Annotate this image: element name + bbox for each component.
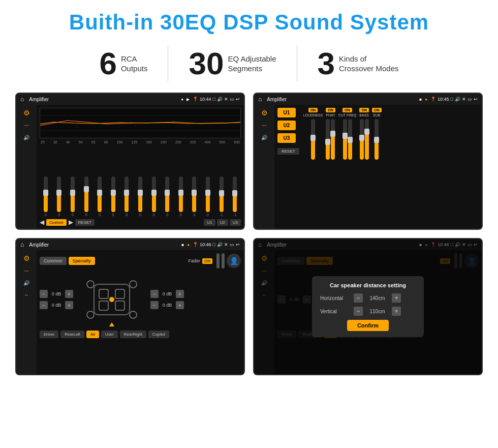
eq-custom-btn[interactable]: Custom — [46, 219, 67, 226]
fader-status-bar: ⌂ Amplifier ■ ● 📍 10:46 □ 🔊 ✕ ▭ ↩ — [16, 239, 244, 250]
eq-screen: ⌂ Amplifier ● ▶ 📍 10:44 □ 🔊 ✕ ▭ ↩ ⚙ 〰 — [15, 93, 245, 230]
eq-reset-btn[interactable]: RESET — [75, 219, 95, 226]
cv-back-icon[interactable]: ↩ — [474, 97, 478, 102]
eq-slider-3[interactable]: 0 — [67, 176, 79, 217]
stat-rca-text1: RCA — [121, 54, 148, 64]
eq-slider-10[interactable]: 0 — [161, 176, 173, 217]
eq-slider-12[interactable]: 0 — [189, 176, 201, 217]
cv-phat-f-slider[interactable] — [331, 119, 335, 160]
fader-slider-2[interactable] — [222, 253, 225, 268]
fader-sidebar-arrows[interactable]: ↔ — [24, 292, 29, 297]
cv-sidebar-tune[interactable]: ⚙ — [261, 109, 268, 117]
cv-loudness-slider[interactable] — [311, 119, 315, 160]
svg-rect-5 — [99, 289, 108, 298]
fader-sliders — [216, 253, 225, 268]
eq-slider-14[interactable]: -1 — [215, 176, 228, 217]
svg-point-11 — [130, 281, 137, 288]
eq-slider-13[interactable]: 0 — [202, 176, 214, 217]
dialog-vertical-minus[interactable]: − — [354, 307, 363, 316]
svg-point-9 — [109, 297, 114, 302]
stat-eq-text2: Segments — [228, 64, 276, 74]
fader-on-badge[interactable]: ON — [202, 258, 212, 264]
cv-time: 10:45 — [438, 97, 449, 102]
fader-sidebar-vol[interactable]: 🔊 — [23, 280, 29, 286]
fader-all-btn[interactable]: All — [86, 331, 99, 338]
cv-loudness-on[interactable]: ON — [308, 108, 318, 112]
fader-home-icon[interactable]: ⌂ — [20, 241, 24, 248]
fader-db-row-4: − 0 dB + — [150, 301, 184, 309]
cv-sidebar-vol[interactable]: 🔊 — [261, 135, 267, 140]
cv-u1-btn[interactable]: U1 — [277, 108, 296, 117]
eq-next-btn[interactable]: ▶ — [69, 219, 73, 226]
eq-u1-btn[interactable]: U1 — [204, 219, 215, 226]
cv-sub-on[interactable]: ON — [372, 108, 382, 112]
fader-db4-plus[interactable]: + — [176, 301, 184, 309]
cv-home-icon[interactable]: ⌂ — [258, 96, 262, 103]
fader-db3-plus[interactable]: + — [176, 290, 184, 298]
cv-cf-g-slider[interactable] — [348, 119, 352, 160]
eq-slider-9[interactable]: 0 — [148, 176, 160, 217]
fader-sidebar-tune[interactable]: ⚙ — [23, 254, 30, 262]
eq-slider-6[interactable]: 0 — [107, 176, 119, 217]
cv-phat-on[interactable]: ON — [326, 108, 335, 112]
cv-phat-g-slider[interactable] — [326, 119, 330, 160]
fader-user-btn[interactable]: User — [101, 331, 118, 338]
fader-copilot-btn[interactable]: Copilot — [148, 331, 169, 338]
fader-content: − 0 dB + − 0 dB + — [40, 272, 241, 327]
fader-driver-btn[interactable]: Driver — [40, 331, 58, 338]
eq-u2-btn[interactable]: U2 — [217, 219, 228, 226]
eq-prev-btn[interactable]: ◀ — [40, 219, 44, 226]
eq-slider-8[interactable]: 0 — [134, 176, 146, 217]
home-icon[interactable]: ⌂ — [20, 96, 24, 103]
eq-slider-11[interactable]: 0 — [175, 176, 187, 217]
fader-db3-value: 0 dB — [160, 291, 174, 296]
crossover-screen: ⌂ Amplifier ■ ● 📍 10:45 □ 🔊 ✕ ▭ ↩ ⚙ 〰 — [253, 93, 483, 230]
fader-common-tab[interactable]: Common — [40, 257, 67, 265]
fader-sidebar-wave[interactable]: 〰 — [24, 268, 29, 274]
eq-slider-1[interactable]: 0 — [40, 176, 52, 217]
cv-bass-on[interactable]: ON — [359, 108, 369, 112]
dialog-vertical-plus[interactable]: + — [392, 307, 401, 316]
cv-cam-icon: □ — [451, 97, 453, 102]
fader-db1-minus[interactable]: − — [40, 290, 48, 298]
fader-db1-plus[interactable]: + — [65, 290, 73, 298]
eq-back-icon[interactable]: ↩ — [236, 97, 240, 102]
car-diagram — [81, 272, 142, 327]
fader-db3-minus[interactable]: − — [150, 290, 159, 298]
cv-sidebar-wave[interactable]: 〰 — [262, 123, 267, 129]
cv-cutfreq-on[interactable]: ON — [343, 108, 352, 112]
eq-sidebar-wave[interactable]: 〰 — [24, 123, 29, 129]
fader-back-icon[interactable]: ↩ — [236, 242, 240, 247]
eq-slider-15[interactable]: -1 — [229, 176, 241, 217]
cv-bass-f-slider[interactable] — [360, 119, 364, 160]
eq-sidebar-tune[interactable]: ⚙ — [23, 109, 30, 117]
cv-loudness-label: LOUDNESS — [303, 113, 323, 117]
cv-sub-g-slider[interactable] — [375, 119, 379, 160]
dialog-horizontal-minus[interactable]: − — [354, 293, 363, 303]
fader-db4-minus[interactable]: − — [150, 301, 159, 309]
cv-cf-f-slider[interactable] — [343, 119, 347, 160]
fader-specialty-tab[interactable]: Specialty — [69, 257, 96, 265]
cv-reset-btn[interactable]: RESET — [277, 148, 299, 155]
cv-u3-btn[interactable]: U3 — [277, 133, 296, 143]
eq-u3-btn[interactable]: U3 — [230, 219, 241, 226]
fader-db2-minus[interactable]: − — [40, 301, 48, 309]
eq-slider-5[interactable]: 0 — [94, 176, 106, 217]
eq-cam-icon: □ — [213, 97, 215, 102]
confirm-button[interactable]: Confirm — [347, 320, 389, 331]
fader-car-btn[interactable]: 👤 — [227, 254, 241, 268]
cv-u2-btn[interactable]: U2 — [277, 121, 296, 130]
eq-slider-4[interactable]: 5 — [80, 176, 92, 217]
cv-bass-g-slider[interactable] — [365, 119, 369, 160]
eq-graph — [40, 108, 241, 138]
dialog-horizontal-plus[interactable]: + — [392, 293, 401, 303]
eq-slider-2[interactable]: 0 — [53, 176, 66, 217]
eq-slider-7[interactable]: 0 — [121, 176, 133, 217]
fader-rearleft-btn[interactable]: RearLeft — [60, 331, 84, 338]
fader-db2-plus[interactable]: + — [65, 301, 73, 309]
eq-play: ▶ — [186, 97, 190, 102]
fader-db-row-2: − 0 dB + — [40, 301, 73, 309]
fader-slider-1[interactable] — [216, 253, 220, 268]
eq-sidebar-vol[interactable]: 🔊 — [23, 135, 29, 140]
fader-rearright-btn[interactable]: RearRight — [120, 331, 146, 338]
